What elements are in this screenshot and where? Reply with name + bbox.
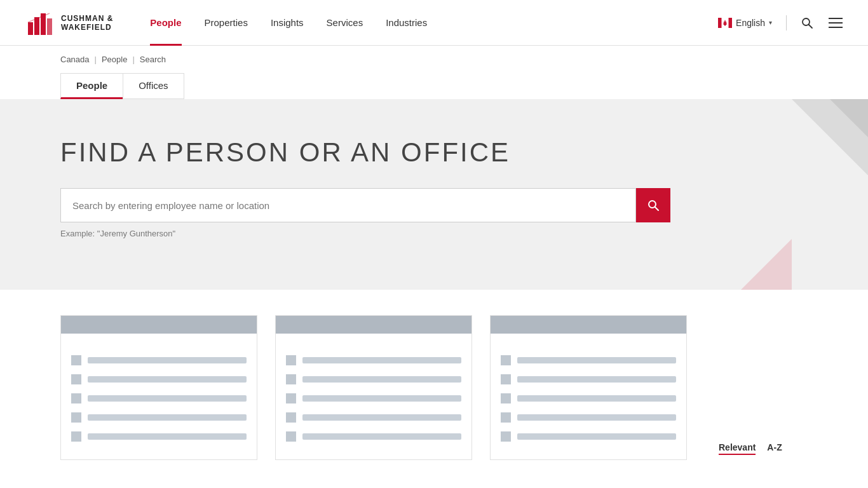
header-search-button[interactable] (801, 17, 813, 29)
skeleton-square (71, 374, 81, 384)
search-example: Example: "Jeremy Guntherson" (60, 229, 808, 238)
skeleton-row (286, 355, 461, 365)
skeleton-row (286, 412, 461, 423)
skeleton-row (71, 374, 247, 384)
sort-area: Relevant A-Z (719, 315, 808, 455)
skeleton-line (302, 414, 461, 421)
skeleton-square (501, 393, 511, 403)
skeleton-card-3 (490, 315, 687, 460)
nav-item-people[interactable]: People (139, 0, 193, 46)
header: CUSHMAN & WAKEFIELD People Properties In… (0, 0, 868, 46)
tab-people[interactable]: People (60, 73, 123, 99)
search-icon (801, 17, 813, 29)
svg-rect-7 (729, 18, 733, 28)
skeleton-row (71, 393, 247, 403)
search-btn-icon (647, 199, 660, 212)
skeleton-line (517, 376, 676, 383)
search-button[interactable] (636, 188, 670, 222)
language-chevron: ▾ (769, 19, 772, 26)
language-selector[interactable]: English ▾ (718, 18, 772, 28)
skeleton-row (501, 431, 676, 442)
svg-rect-3 (47, 18, 52, 35)
skeleton-line (302, 357, 461, 363)
svg-rect-6 (718, 18, 722, 28)
skeleton-row (286, 431, 461, 442)
logo-text: CUSHMAN & WAKEFIELD (61, 14, 113, 32)
flag-icon (718, 18, 732, 28)
nav-item-insights[interactable]: Insights (259, 0, 315, 46)
breadcrumb-search: Search (140, 55, 166, 64)
skeleton-square (286, 412, 296, 423)
skeleton-card-2 (275, 315, 472, 460)
svg-marker-16 (741, 239, 792, 290)
skeleton-square (501, 412, 511, 423)
tabs-container: People Offices (0, 73, 868, 99)
language-label: English (736, 18, 765, 28)
breadcrumb-canada[interactable]: Canada (60, 55, 90, 64)
skeleton-square (501, 374, 511, 384)
skeleton-line (302, 395, 461, 402)
skeleton-line (88, 395, 247, 402)
skeleton-row (501, 374, 676, 384)
main-nav: People Properties Insights Services Indu… (139, 0, 718, 46)
hero-decoration-top-right (792, 99, 868, 175)
search-row (60, 188, 670, 222)
skeleton-card-1 (60, 315, 257, 460)
skeleton-square (286, 374, 296, 384)
breadcrumb-sep-2: | (132, 55, 134, 64)
hero-decoration-bottom-right (741, 239, 792, 290)
skeleton-square (501, 355, 511, 365)
menu-icon (829, 17, 843, 29)
skeleton-card-1-header (61, 316, 257, 334)
skeleton-line (88, 433, 247, 440)
header-right: English ▾ (718, 15, 843, 30)
nav-item-properties[interactable]: Properties (193, 0, 259, 46)
skeleton-square (286, 431, 296, 442)
breadcrumb-sep-1: | (95, 55, 97, 64)
skeleton-line (517, 357, 676, 363)
sort-relevant[interactable]: Relevant (719, 442, 756, 455)
logo[interactable]: CUSHMAN & WAKEFIELD (25, 8, 113, 37)
skeleton-square (71, 355, 81, 365)
breadcrumb-people[interactable]: People (102, 55, 127, 64)
skeleton-line (517, 395, 676, 402)
tab-offices[interactable]: Offices (123, 73, 184, 99)
hero-title: FIND A PERSON OR AN OFFICE (60, 137, 808, 168)
skeleton-square (71, 412, 81, 423)
header-divider (786, 15, 787, 30)
svg-line-10 (809, 24, 813, 28)
skeleton-card-3-header (491, 316, 686, 334)
skeleton-square (286, 393, 296, 403)
skeleton-row (501, 355, 676, 365)
skeleton-row (286, 393, 461, 403)
skeleton-line (517, 433, 676, 440)
skeleton-row (501, 412, 676, 423)
svg-rect-1 (34, 17, 39, 35)
skeleton-card-2-header (276, 316, 471, 334)
logo-icon (25, 8, 55, 37)
results-section: Relevant A-Z (0, 290, 868, 473)
skeleton-square (286, 355, 296, 365)
skeleton-row (71, 355, 247, 365)
hamburger-menu-button[interactable] (829, 17, 843, 29)
skeleton-square (71, 431, 81, 442)
skeleton-line (88, 414, 247, 421)
skeleton-row (71, 431, 247, 442)
skeleton-row (286, 374, 461, 384)
skeleton-line (302, 433, 461, 440)
skeleton-line (517, 414, 676, 421)
nav-item-industries[interactable]: Industries (374, 0, 438, 46)
nav-item-services[interactable]: Services (315, 0, 375, 46)
skeleton-row (71, 412, 247, 423)
svg-line-18 (655, 207, 659, 211)
sort-az[interactable]: A-Z (767, 442, 782, 455)
search-input[interactable] (60, 188, 636, 222)
skeleton-line (302, 376, 461, 383)
hero-section: FIND A PERSON OR AN OFFICE Example: "Jer… (0, 99, 868, 290)
skeleton-row (501, 393, 676, 403)
skeleton-square (71, 393, 81, 403)
skeleton-square (501, 431, 511, 442)
svg-rect-0 (28, 22, 33, 35)
skeleton-line (88, 376, 247, 383)
breadcrumb: Canada | People | Search (0, 46, 868, 73)
